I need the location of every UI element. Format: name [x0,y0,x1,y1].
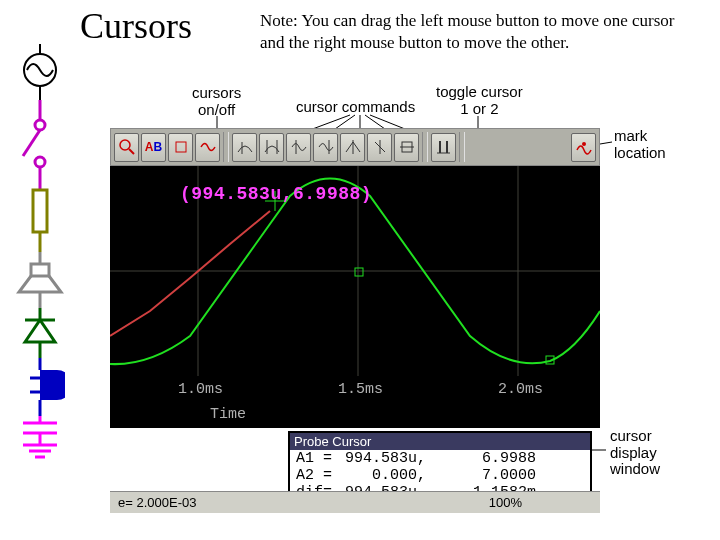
svg-rect-38 [176,142,186,152]
toolbar-cursor-cmd-7[interactable] [394,133,419,162]
svg-point-36 [120,140,130,150]
toolbar-cursor-toggle-icon[interactable] [195,133,220,162]
status-zoom: 100% [481,495,530,510]
xtick-2: 1.5ms [338,381,383,398]
status-left: e= 2.000E-03 [110,495,204,510]
cursor-readout: (994.583u,6.9988) [180,184,372,204]
probe-toolbar: AB [110,128,600,166]
svg-point-52 [582,142,586,146]
x-axis-label: Time [210,406,246,423]
toolbar-cursor-cmd-3[interactable] [286,133,311,162]
probe-window: AB [110,128,600,498]
toolbar-cursor-cmd-4[interactable] [313,133,338,162]
status-bar: e= 2.000E-03 100% [110,491,600,513]
toolbar-mark-location[interactable] [571,133,596,162]
xtick-3: 2.0ms [498,381,543,398]
toolbar-cursor-cmd-5[interactable] [340,133,365,162]
toolbar-zoom-icon[interactable] [114,133,139,162]
toolbar-cursors-onoff[interactable]: AB [141,133,166,162]
probe-cursor-a1: A1 =994.583u,6.9988 [290,450,590,467]
plot-area[interactable]: (994.583u,6.9988) 1.0ms 1.5ms 2.0ms Time [110,166,600,428]
svg-line-37 [129,149,134,154]
svg-rect-59 [355,268,363,276]
toolbar-print-icon[interactable] [168,133,193,162]
toolbar-cursor-cmd-6[interactable] [367,133,392,162]
probe-cursor-a2: A2 =0.000,7.0000 [290,467,590,484]
probe-cursor-title: Probe Cursor [290,433,590,450]
toolbar-toggle-12[interactable] [431,133,456,162]
toolbar-cursor-cmd-2[interactable] [259,133,284,162]
xtick-1: 1.0ms [178,381,223,398]
toolbar-cursor-cmd-1[interactable] [232,133,257,162]
